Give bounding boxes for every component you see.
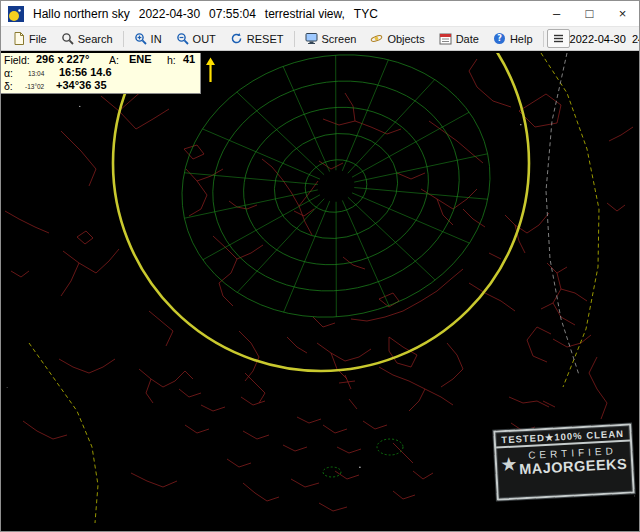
dec-label: δ:: [4, 80, 13, 92]
maximize-button[interactable]: □: [573, 1, 606, 26]
toolbar-button-zoom-out[interactable]: OUT: [169, 29, 223, 48]
help-icon: ?: [493, 32, 506, 45]
toolbar-button-label: OUT: [193, 33, 216, 45]
titlebar-catalog: TYC: [354, 7, 378, 21]
zoom-out-icon: [176, 32, 189, 45]
file-icon: [12, 32, 25, 45]
app-icon: [8, 6, 24, 22]
toolbar-button-zoom-in[interactable]: IN: [127, 29, 169, 48]
titlebar-view-mode: terrestrial view,: [265, 7, 345, 21]
toolbar-button-objects[interactable]: Objects: [363, 29, 431, 48]
close-button[interactable]: ×: [606, 1, 639, 26]
toolbar-button-search[interactable]: Search: [54, 29, 120, 48]
toolbar-button-screen[interactable]: Screen: [298, 29, 364, 48]
search-icon: [61, 32, 74, 45]
toolbar-button-label: File: [29, 33, 47, 45]
window-controls: – □ ×: [540, 1, 639, 26]
toolbar-datetime: 2022-04-30 24:00: [570, 33, 640, 45]
app-window: Hallo northern sky 2022-04-30 07:55:04 t…: [0, 0, 640, 532]
dec-value: +34°36 35: [56, 79, 107, 91]
watermark-text-col: CERTIFIED MAJORGEEKS: [518, 445, 627, 478]
info-panel: Field: 296 x 227° A: ENE h: 41 α: 13:04 …: [1, 53, 201, 94]
svg-text:?: ?: [497, 34, 502, 43]
toolbar-separator: [543, 31, 544, 47]
azimuth-label: A:: [109, 54, 119, 66]
titlebar-date: 2022-04-30: [139, 7, 200, 21]
up-arrow-icon: [204, 55, 217, 85]
sky-chart[interactable]: TESTED★100% CLEAN ★ CERTIFIED MAJORGEEKS: [1, 53, 639, 531]
toolbar-button-label: Help: [510, 33, 533, 45]
toolbar-button-date[interactable]: Date: [432, 29, 486, 48]
direction-arrow: [203, 53, 218, 87]
minimize-button[interactable]: –: [540, 1, 573, 26]
azimuth-value: ENE: [129, 53, 152, 65]
altitude-label: h:: [167, 54, 176, 66]
toolbar-button-label: IN: [151, 33, 162, 45]
toolbar-button-menu[interactable]: [547, 29, 570, 48]
toolbar-button-label: Date: [456, 33, 479, 45]
toolbar-separator: [294, 31, 295, 47]
toolbar-separator: [123, 31, 124, 47]
titlebar-time: 07:55:04: [209, 7, 256, 21]
altitude-value: 41: [183, 53, 195, 65]
ra-value: 16:56 14.6: [59, 66, 112, 78]
titlebar: Hallo northern sky 2022-04-30 07:55:04 t…: [1, 1, 639, 27]
toolbar-button-label: Objects: [387, 33, 424, 45]
toolbar: FileSearchINOUTRESETScreenObjectsDate?He…: [1, 27, 639, 51]
watermark-seal-icon: ★: [498, 452, 519, 476]
window-title: Hallo northern sky: [33, 7, 130, 21]
toolbar-button-help[interactable]: ?Help: [486, 29, 540, 48]
field-label: Field:: [4, 54, 30, 66]
toolbar-button-label: Search: [78, 33, 113, 45]
field-value: 296 x 227°: [36, 53, 89, 65]
objects-icon: [370, 32, 383, 45]
majorgeeks-watermark: TESTED★100% CLEAN ★ CERTIFIED MAJORGEEKS: [493, 423, 634, 500]
zoom-in-icon: [134, 32, 147, 45]
toolbar-button-label: RESET: [247, 33, 284, 45]
toolbar-button-label: Screen: [322, 33, 357, 45]
screen-icon: [305, 32, 318, 45]
toolbar-button-reset[interactable]: RESET: [223, 29, 291, 48]
ra-label: α:: [4, 67, 13, 79]
dec-small-value: -13°02: [25, 83, 44, 90]
toolbar-button-file[interactable]: File: [5, 29, 54, 48]
reset-icon: [230, 32, 243, 45]
watermark-row: ★ CERTIFIED MAJORGEEKS: [496, 442, 631, 479]
ra-small-value: 13:04: [28, 70, 44, 77]
menu-icon: [552, 32, 565, 45]
date-icon: [439, 32, 452, 45]
